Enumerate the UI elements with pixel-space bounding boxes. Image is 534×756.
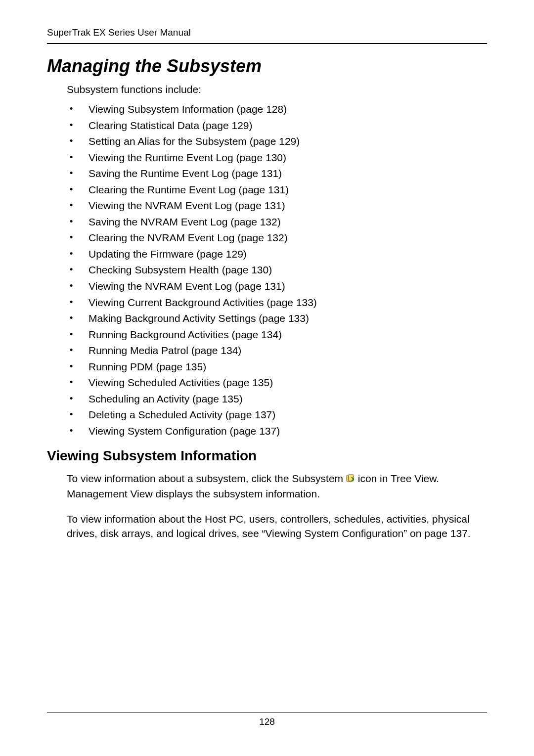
list-item: Saving the Runtime Event Log (page 131) <box>67 166 487 182</box>
page-number: 128 <box>47 716 487 727</box>
page-container: SuperTrak EX Series User Manual Managing… <box>0 0 534 756</box>
para1-pre: To view information about a subsystem, c… <box>67 473 346 484</box>
page-title: Managing the Subsystem <box>47 56 487 77</box>
list-item: Viewing Scheduled Activities (page 135) <box>67 375 487 391</box>
list-item: Running Media Patrol (page 134) <box>67 343 487 359</box>
subsystem-icon <box>346 473 355 487</box>
paragraph-1: To view information about a subsystem, c… <box>67 472 487 501</box>
header-rule <box>47 43 487 44</box>
list-item: Scheduling an Activity (page 135) <box>67 391 487 407</box>
list-item: Saving the NVRAM Event Log (page 132) <box>67 214 487 230</box>
list-item: Viewing Subsystem Information (page 128) <box>67 101 487 118</box>
list-item: Viewing System Configuration (page 137) <box>67 423 487 440</box>
paragraph-2: To view information about the Host PC, u… <box>67 512 487 541</box>
list-item: Clearing the Runtime Event Log (page 131… <box>67 182 487 198</box>
section-heading: Viewing Subsystem Information <box>47 448 487 464</box>
footer: 128 <box>47 712 487 727</box>
toc-list: Viewing Subsystem Information (page 128)… <box>67 101 487 439</box>
list-item: Setting an Alias for the Subsystem (page… <box>67 133 487 150</box>
list-item: Clearing Statistical Data (page 129) <box>67 118 487 134</box>
footer-rule <box>47 712 487 712</box>
list-item: Running Background Activities (page 134) <box>67 327 487 343</box>
list-item: Making Background Activity Settings (pag… <box>67 311 487 327</box>
intro-text: Subsystem functions include: <box>67 84 487 95</box>
list-item: Viewing the NVRAM Event Log (page 131) <box>67 278 487 295</box>
list-item: Checking Subsystem Health (page 130) <box>67 262 487 278</box>
list-item: Viewing the NVRAM Event Log (page 131) <box>67 198 487 214</box>
list-item: Viewing Current Background Activities (p… <box>67 295 487 311</box>
list-item: Viewing the Runtime Event Log (page 130) <box>67 150 487 166</box>
list-item: Clearing the NVRAM Event Log (page 132) <box>67 230 487 246</box>
list-item: Running PDM (page 135) <box>67 359 487 375</box>
list-item: Updating the Firmware (page 129) <box>67 246 487 263</box>
list-item: Deleting a Scheduled Activity (page 137) <box>67 407 487 423</box>
running-header: SuperTrak EX Series User Manual <box>47 27 487 38</box>
